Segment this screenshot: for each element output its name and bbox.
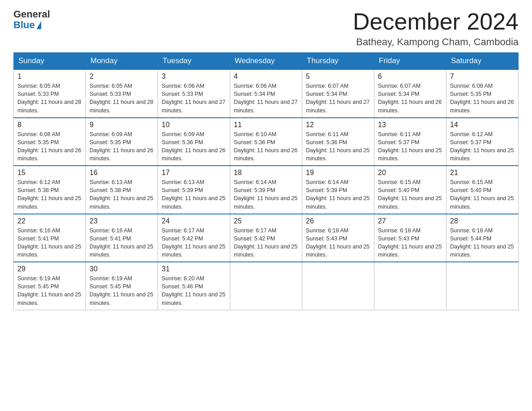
calendar-table: SundayMondayTuesdayWednesdayThursdayFrid…: [13, 52, 519, 310]
day-info: Sunrise: 6:18 AMSunset: 5:44 PMDaylight:…: [450, 227, 515, 259]
calendar-cell: 2Sunrise: 6:05 AMSunset: 5:33 PMDaylight…: [86, 69, 158, 118]
calendar-cell: 15Sunrise: 6:12 AMSunset: 5:38 PMDayligh…: [14, 166, 86, 214]
day-info: Sunrise: 6:06 AMSunset: 5:34 PMDaylight:…: [234, 82, 298, 115]
header-monday: Monday: [86, 53, 158, 70]
calendar-cell: 20Sunrise: 6:15 AMSunset: 5:40 PMDayligh…: [374, 166, 446, 214]
header-tuesday: Tuesday: [158, 53, 230, 70]
calendar-cell: 23Sunrise: 6:16 AMSunset: 5:41 PMDayligh…: [86, 214, 158, 262]
day-info: Sunrise: 6:05 AMSunset: 5:33 PMDaylight:…: [90, 82, 154, 115]
calendar-cell: 12Sunrise: 6:11 AMSunset: 5:36 PMDayligh…: [302, 118, 374, 166]
day-number: 10: [162, 121, 226, 129]
day-info: Sunrise: 6:11 AMSunset: 5:37 PMDaylight:…: [378, 130, 442, 163]
day-info: Sunrise: 6:11 AMSunset: 5:36 PMDaylight:…: [306, 130, 370, 163]
calendar-cell: 13Sunrise: 6:11 AMSunset: 5:37 PMDayligh…: [374, 118, 446, 166]
logo-arrow-icon: [37, 21, 41, 29]
logo: General Blue: [13, 9, 50, 30]
day-number: 17: [162, 169, 226, 177]
calendar-cell: 30Sunrise: 6:19 AMSunset: 5:45 PMDayligh…: [86, 262, 158, 310]
day-number: 22: [17, 217, 82, 225]
day-number: 19: [306, 169, 370, 177]
day-info: Sunrise: 6:07 AMSunset: 5:34 PMDaylight:…: [306, 82, 370, 115]
calendar-cell: 1Sunrise: 6:05 AMSunset: 5:33 PMDaylight…: [14, 69, 86, 118]
day-number: 3: [162, 73, 226, 81]
day-info: Sunrise: 6:07 AMSunset: 5:34 PMDaylight:…: [378, 82, 442, 115]
calendar-cell: 8Sunrise: 6:08 AMSunset: 5:35 PMDaylight…: [14, 118, 86, 166]
day-number: 30: [90, 265, 154, 273]
day-info: Sunrise: 6:08 AMSunset: 5:35 PMDaylight:…: [450, 82, 515, 115]
calendar-cell: 26Sunrise: 6:18 AMSunset: 5:43 PMDayligh…: [302, 214, 374, 262]
day-info: Sunrise: 6:13 AMSunset: 5:39 PMDaylight:…: [162, 178, 226, 211]
day-number: 23: [90, 217, 154, 225]
day-info: Sunrise: 6:12 AMSunset: 5:38 PMDaylight:…: [17, 178, 82, 211]
calendar-cell: 28Sunrise: 6:18 AMSunset: 5:44 PMDayligh…: [446, 214, 519, 262]
week-row-4: 22Sunrise: 6:16 AMSunset: 5:41 PMDayligh…: [14, 214, 519, 262]
day-number: 11: [234, 121, 298, 129]
calendar-cell: [230, 262, 302, 310]
logo-blue-text: Blue: [13, 20, 41, 30]
day-number: 1: [17, 73, 82, 81]
day-number: 20: [378, 169, 442, 177]
day-number: 21: [450, 169, 515, 177]
header-saturday: Saturday: [446, 53, 519, 70]
calendar-cell: [374, 262, 446, 310]
day-info: Sunrise: 6:15 AMSunset: 5:40 PMDaylight:…: [450, 178, 515, 211]
day-number: 2: [90, 73, 154, 81]
day-number: 8: [17, 121, 82, 129]
calendar-cell: 18Sunrise: 6:14 AMSunset: 5:39 PMDayligh…: [230, 166, 302, 214]
day-number: 16: [90, 169, 154, 177]
day-info: Sunrise: 6:13 AMSunset: 5:38 PMDaylight:…: [90, 178, 154, 211]
day-number: 4: [234, 73, 298, 81]
day-info: Sunrise: 6:06 AMSunset: 5:33 PMDaylight:…: [162, 82, 226, 115]
week-row-3: 15Sunrise: 6:12 AMSunset: 5:38 PMDayligh…: [14, 166, 519, 214]
calendar-cell: 22Sunrise: 6:16 AMSunset: 5:41 PMDayligh…: [14, 214, 86, 262]
day-info: Sunrise: 6:17 AMSunset: 5:42 PMDaylight:…: [234, 227, 298, 259]
day-number: 25: [234, 217, 298, 225]
calendar-cell: 21Sunrise: 6:15 AMSunset: 5:40 PMDayligh…: [446, 166, 519, 214]
day-info: Sunrise: 6:15 AMSunset: 5:40 PMDaylight:…: [378, 178, 442, 211]
day-info: Sunrise: 6:19 AMSunset: 5:45 PMDaylight:…: [17, 274, 82, 307]
calendar-cell: 27Sunrise: 6:18 AMSunset: 5:43 PMDayligh…: [374, 214, 446, 262]
day-number: 5: [306, 73, 370, 81]
calendar-cell: 31Sunrise: 6:20 AMSunset: 5:46 PMDayligh…: [158, 262, 230, 310]
header-sunday: Sunday: [14, 53, 86, 70]
calendar-cell: 4Sunrise: 6:06 AMSunset: 5:34 PMDaylight…: [230, 69, 302, 118]
day-info: Sunrise: 6:08 AMSunset: 5:35 PMDaylight:…: [17, 130, 82, 163]
week-row-2: 8Sunrise: 6:08 AMSunset: 5:35 PMDaylight…: [14, 118, 519, 166]
day-info: Sunrise: 6:18 AMSunset: 5:43 PMDaylight:…: [378, 227, 442, 259]
location-subtitle: Batheay, Kampong Cham, Cambodia: [353, 36, 519, 48]
month-year-title: December 2024: [353, 9, 519, 34]
calendar-cell: 5Sunrise: 6:07 AMSunset: 5:34 PMDaylight…: [302, 69, 374, 118]
day-number: 18: [234, 169, 298, 177]
day-info: Sunrise: 6:19 AMSunset: 5:45 PMDaylight:…: [90, 274, 154, 307]
day-info: Sunrise: 6:20 AMSunset: 5:46 PMDaylight:…: [162, 274, 226, 307]
day-info: Sunrise: 6:18 AMSunset: 5:43 PMDaylight:…: [306, 227, 370, 259]
day-info: Sunrise: 6:09 AMSunset: 5:36 PMDaylight:…: [162, 130, 226, 163]
week-row-5: 29Sunrise: 6:19 AMSunset: 5:45 PMDayligh…: [14, 262, 519, 310]
day-info: Sunrise: 6:09 AMSunset: 5:35 PMDaylight:…: [90, 130, 154, 163]
day-number: 12: [306, 121, 370, 129]
week-row-1: 1Sunrise: 6:05 AMSunset: 5:33 PMDaylight…: [14, 69, 519, 118]
day-number: 27: [378, 217, 442, 225]
calendar-cell: [446, 262, 519, 310]
day-info: Sunrise: 6:17 AMSunset: 5:42 PMDaylight:…: [162, 227, 226, 259]
day-info: Sunrise: 6:14 AMSunset: 5:39 PMDaylight:…: [234, 178, 298, 211]
calendar-cell: 10Sunrise: 6:09 AMSunset: 5:36 PMDayligh…: [158, 118, 230, 166]
weekday-header-row: SundayMondayTuesdayWednesdayThursdayFrid…: [14, 53, 519, 70]
day-number: 29: [17, 265, 82, 273]
calendar-cell: 19Sunrise: 6:14 AMSunset: 5:39 PMDayligh…: [302, 166, 374, 214]
page-header: General Blue December 2024 Batheay, Kamp…: [13, 9, 519, 48]
day-number: 28: [450, 217, 515, 225]
day-number: 26: [306, 217, 370, 225]
day-number: 13: [378, 121, 442, 129]
calendar-cell: 7Sunrise: 6:08 AMSunset: 5:35 PMDaylight…: [446, 69, 519, 118]
day-number: 9: [90, 121, 154, 129]
day-info: Sunrise: 6:12 AMSunset: 5:37 PMDaylight:…: [450, 130, 515, 163]
calendar-cell: 3Sunrise: 6:06 AMSunset: 5:33 PMDaylight…: [158, 69, 230, 118]
day-number: 31: [162, 265, 226, 273]
calendar-cell: 29Sunrise: 6:19 AMSunset: 5:45 PMDayligh…: [14, 262, 86, 310]
day-number: 24: [162, 217, 226, 225]
calendar-cell: 25Sunrise: 6:17 AMSunset: 5:42 PMDayligh…: [230, 214, 302, 262]
header-wednesday: Wednesday: [230, 53, 302, 70]
logo-general-text: General: [13, 9, 50, 20]
day-info: Sunrise: 6:05 AMSunset: 5:33 PMDaylight:…: [17, 82, 82, 115]
